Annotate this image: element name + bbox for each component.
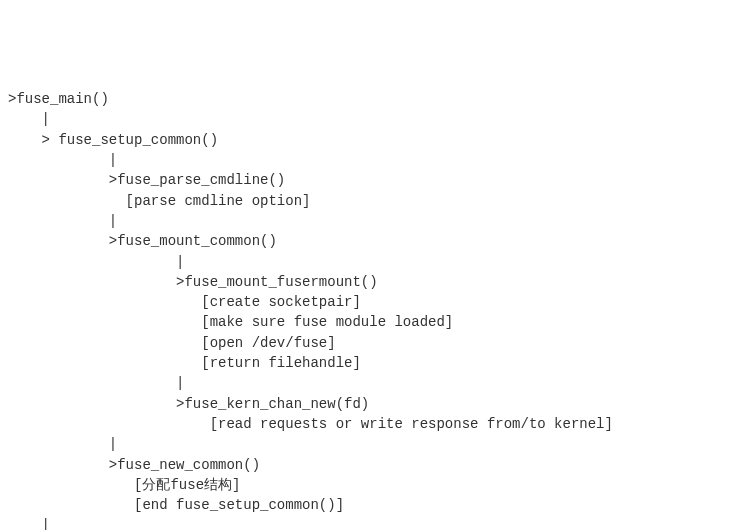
code-line: [分配fuse结构] [8, 475, 727, 495]
code-line: [open /dev/fuse] [8, 333, 727, 353]
code-line: >fuse_mount_common() [8, 231, 727, 251]
code-line: >fuse_main() [8, 89, 727, 109]
code-line: | [8, 211, 727, 231]
code-line: >fuse_kern_chan_new(fd) [8, 394, 727, 414]
code-line: [read requests or write response from/to… [8, 414, 727, 434]
code-line: [return filehandle] [8, 353, 727, 373]
code-line: | [8, 434, 727, 454]
code-line: [make sure fuse module loaded] [8, 312, 727, 332]
code-line: | [8, 109, 727, 129]
code-line: [create socketpair] [8, 292, 727, 312]
code-line: [parse cmdline option] [8, 191, 727, 211]
code-line: >fuse_mount_fusermount() [8, 272, 727, 292]
code-line: | [8, 252, 727, 272]
code-line: >fuse_new_common() [8, 455, 727, 475]
code-line: | [8, 150, 727, 170]
code-line: | [8, 515, 727, 530]
code-line: [end fuse_setup_common()] [8, 495, 727, 515]
code-line: > fuse_setup_common() [8, 130, 727, 150]
call-tree-diagram: >fuse_main() | > fuse_setup_common() | >… [8, 89, 727, 530]
code-line: | [8, 373, 727, 393]
code-line: >fuse_parse_cmdline() [8, 170, 727, 190]
